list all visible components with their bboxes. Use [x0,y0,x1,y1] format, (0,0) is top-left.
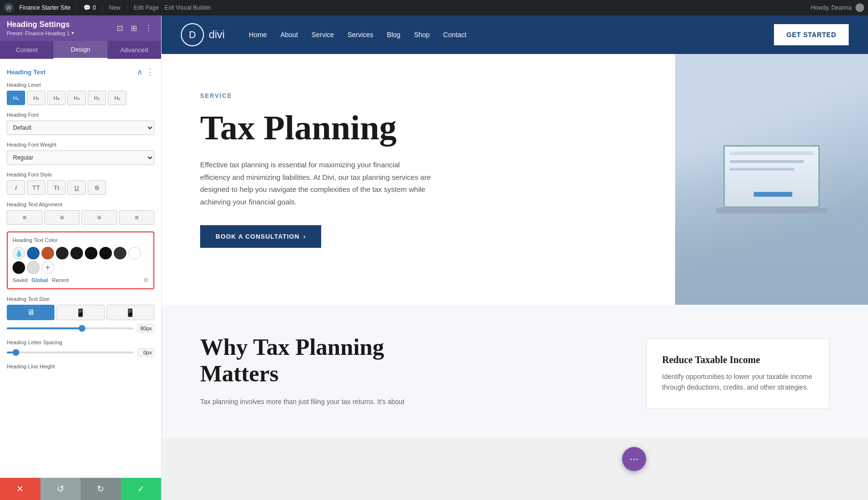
edit-page-link[interactable]: Edit Page [134,4,159,11]
tablet-size-button[interactable]: 📱 [56,305,104,320]
align-justify-button[interactable]: ≡ [119,210,155,225]
tab-design[interactable]: Design [54,41,107,59]
site-name[interactable]: Finance Starter Site [19,4,70,11]
color-swatch-blue[interactable] [27,247,40,259]
align-left-button[interactable]: ≡ [7,210,42,225]
nav-service[interactable]: Service [312,31,334,39]
align-center-button[interactable]: ≡ [44,210,80,225]
second-section: Why Tax Planning Matters Tax planning in… [162,305,868,438]
heading-text-size-label: Heading Text Size [7,296,154,302]
collapse-section-button[interactable]: ∧ [137,68,143,77]
more-options-button[interactable]: ⋮ [143,23,154,34]
panel-content: Heading Text ∧ ⋮ Heading Level H₁ H₂ H₃ … [0,59,161,478]
main-layout: Heading Settings Preset: Finance Heading… [0,15,868,500]
floating-action-button[interactable]: ··· [622,447,646,471]
cancel-button[interactable]: ✕ [0,478,41,500]
heading-letter-spacing-label: Heading Letter Spacing [7,339,154,345]
panel-subtitle: Preset: Finance Heading 1 ▾ [7,30,74,36]
nav-about[interactable]: About [280,31,298,39]
letter-spacing-value: 0px [137,348,154,357]
hero-image [675,54,868,305]
card-description: Identify opportunities to lower your tax… [662,371,814,393]
nav-services[interactable]: Services [348,31,374,39]
hero-text: SERVICE Tax Planning Effective tax plann… [162,54,675,305]
heading-text-alignment-label: Heading Text Alignment [7,202,154,207]
h4-button[interactable]: H₄ [68,91,86,105]
text-align-buttons: ≡ ≡ ≡ ≡ [7,210,154,225]
color-swatch-dark2[interactable] [70,247,83,259]
heading-font-style-field: Heading Font Style I TT Tt U S [7,172,154,195]
color-swatch-white[interactable] [128,247,141,259]
site-logo: D divi [181,23,225,46]
desktop-size-button[interactable]: 🖥 [7,305,54,320]
heading-letter-spacing-field: Heading Letter Spacing 0px [7,339,154,357]
wp-logo-icon[interactable]: W [4,3,14,13]
save-button[interactable]: ✓ [121,478,162,500]
logo-circle: D [181,23,204,46]
heading-line-height-field: Heading Line Height [7,364,154,369]
align-right-button[interactable]: ≡ [81,210,117,225]
nav-blog[interactable]: Blog [387,31,400,39]
h3-button[interactable]: H₃ [47,91,66,105]
tab-advanced[interactable]: Advanced [108,41,161,59]
saved-tab[interactable]: Saved [13,277,27,283]
page-preview: D divi Home About Service Services Blog … [162,15,868,500]
book-consultation-button[interactable]: BOOK A CONSULTATION › [200,225,321,248]
color-swatch-dark4[interactable] [99,247,112,259]
second-description: Tax planning involves more than just fil… [200,396,617,408]
tab-content[interactable]: Content [0,41,54,59]
nav-links: Home About Service Services Blog Shop Co… [249,31,774,39]
heading-text-color-section: Heading Text Color 💧 + Saved [7,231,154,289]
h5-button[interactable]: H₅ [88,91,106,105]
panel-tabs: Content Design Advanced [0,41,161,59]
redo-button[interactable]: ↻ [81,478,121,500]
heading-text-size-field: Heading Text Size 🖥 📱 📱 80px [7,296,154,333]
h2-button[interactable]: H₂ [27,91,45,105]
howdy-text: Howdy, Deanna [811,4,852,11]
italic-button[interactable]: I [7,180,25,195]
hero-description: Effective tax planning is essential for … [200,159,432,208]
heading-font-label: Heading Font [7,112,154,118]
color-swatch-black[interactable] [13,261,25,274]
heading-font-weight-select[interactable]: Regular [7,150,154,165]
color-swatch-dark5[interactable] [114,247,126,259]
h1-button[interactable]: H₁ [7,91,25,105]
heading-level-buttons: H₁ H₂ H₃ H₄ H₅ H₆ [7,91,154,105]
exit-builder-link[interactable]: Exit Visual Builder [164,4,211,11]
heading-font-select[interactable]: Default [7,121,154,135]
section-menu-button[interactable]: ⋮ [146,67,154,77]
nav-shop[interactable]: Shop [414,31,430,39]
heading-text-alignment-field: Heading Text Alignment ≡ ≡ ≡ ≡ [7,202,154,225]
color-swatch-dark3[interactable] [85,247,97,259]
strikethrough-button[interactable]: S [88,180,106,195]
nav-contact[interactable]: Contact [443,31,466,39]
eyedropper-tool[interactable]: 💧 [13,247,25,259]
text-size-slider[interactable] [7,327,134,329]
uppercase-button[interactable]: TT [27,180,45,195]
heading-font-weight-field: Heading Font Weight Regular [7,142,154,165]
fullscreen-button[interactable]: ⊡ [115,23,125,34]
tax-card: Reduce Taxable Income Identify opportuni… [646,338,829,409]
layout-button[interactable]: ⊞ [129,23,139,34]
h6-button[interactable]: H₆ [108,91,126,105]
comments-link[interactable]: 💬 0 [83,4,96,11]
global-tab[interactable]: Global [31,277,48,283]
color-settings-icon[interactable]: ⚙ [143,277,149,284]
color-swatch-light[interactable] [27,261,40,274]
capitalize-button[interactable]: Tt [47,180,66,195]
nav-home[interactable]: Home [249,31,267,39]
second-text: Why Tax Planning Matters Tax planning in… [200,334,617,409]
undo-button[interactable]: ↺ [41,478,81,500]
color-swatch-dark1[interactable] [56,247,68,259]
get-started-button[interactable]: GET STARTED [774,24,849,45]
color-swatch-orange[interactable] [41,247,54,259]
mobile-size-button[interactable]: 📱 [107,305,154,320]
letter-spacing-slider[interactable] [7,351,134,353]
new-link[interactable]: New [109,4,121,11]
recent-tab[interactable]: Recent [52,277,68,283]
underline-button[interactable]: U [68,180,86,195]
heading-text-color-label: Heading Text Color [13,237,149,243]
add-color-button[interactable]: + [41,261,54,274]
heading-font-style-label: Heading Font Style [7,172,154,177]
heading-font-field: Heading Font Default [7,112,154,135]
